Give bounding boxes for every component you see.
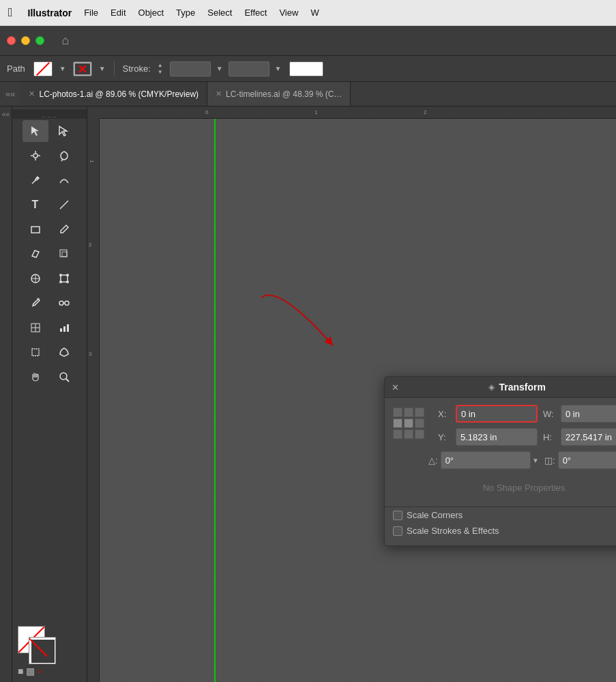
aw-mc[interactable] <box>404 418 413 428</box>
fill-selector[interactable] <box>33 61 53 76</box>
curvature-tool[interactable] <box>51 169 77 191</box>
menu-object[interactable]: Object <box>138 8 164 18</box>
tool-row-2 <box>12 143 87 168</box>
tab-label-2: LC-timelines.ai @ 48.39 % (C… <box>226 89 342 99</box>
svg-point-14 <box>59 274 62 276</box>
tab-close-1[interactable]: ✕ <box>29 89 35 98</box>
pen-tool[interactable] <box>23 169 48 191</box>
selection-tool[interactable] <box>23 120 48 142</box>
svg-point-15 <box>66 274 69 276</box>
tool-row-5 <box>12 217 87 242</box>
opacity-dropdown[interactable]: ▼ <box>275 65 282 72</box>
pencil-tool[interactable] <box>51 218 77 240</box>
eyedropper-tool[interactable] <box>23 292 48 314</box>
menu-file[interactable]: File <box>84 8 98 18</box>
lasso-tool[interactable] <box>51 145 77 167</box>
stroke-field-dropdown[interactable]: ▼ <box>216 65 223 72</box>
shear-input[interactable] <box>441 451 531 469</box>
zoom-tool[interactable] <box>51 366 77 388</box>
h-label: H: <box>543 432 557 442</box>
eraser-tool[interactable] <box>23 243 48 265</box>
ruler-vtick-2: 2 <box>89 242 91 248</box>
tab-close-2[interactable]: ✕ <box>216 89 222 98</box>
scale-corners-checkbox[interactable] <box>393 511 402 520</box>
aw-tc[interactable] <box>404 408 413 417</box>
aw-bc[interactable] <box>404 429 413 439</box>
artboard-tool[interactable] <box>23 341 48 363</box>
menu-w[interactable]: W <box>310 8 319 18</box>
menu-select[interactable]: Select <box>207 8 232 18</box>
rotate-icon: ◫: <box>544 455 555 466</box>
panel-diamond-icon: ◈ <box>488 382 495 392</box>
h-field-group: H: <box>543 428 616 446</box>
menu-edit[interactable]: Edit <box>111 8 126 18</box>
main-content: «« ⎯⎯⎯ <box>0 106 616 682</box>
home-icon[interactable]: ⌂ <box>57 32 74 50</box>
svg-point-16 <box>59 281 62 283</box>
menu-effect[interactable]: Effect <box>244 8 267 18</box>
warp-tool[interactable] <box>23 268 48 289</box>
direct-selection-tool[interactable] <box>51 120 77 142</box>
hand-tool[interactable] <box>23 366 48 388</box>
aw-tr[interactable] <box>415 408 424 417</box>
panel-close-button[interactable]: ✕ <box>392 382 399 393</box>
free-transform-tool[interactable] <box>51 268 77 289</box>
shear-dropdown-icon[interactable]: ▼ <box>532 457 539 464</box>
close-button[interactable] <box>7 36 16 45</box>
eraser-tool-2[interactable] <box>51 341 77 363</box>
menu-type[interactable]: Type <box>176 8 195 18</box>
blend-tool[interactable] <box>51 292 77 314</box>
mesh-tool[interactable] <box>23 317 48 339</box>
stroke-up-icon[interactable]: ▲ <box>158 62 163 69</box>
aw-ml[interactable] <box>393 418 402 428</box>
stroke-preview <box>289 61 323 76</box>
tabs-collapse-icon[interactable]: «« <box>0 89 20 99</box>
w-input[interactable] <box>561 405 616 423</box>
tool-row-3 <box>12 168 87 193</box>
guide-line <box>214 119 216 682</box>
svg-rect-26 <box>63 326 65 332</box>
x-input[interactable] <box>456 405 538 423</box>
menu-view[interactable]: View <box>279 8 298 18</box>
stroke-label: Stroke: <box>123 63 151 74</box>
magic-wand-tool[interactable] <box>23 145 48 167</box>
rotate-tool[interactable] <box>51 243 77 265</box>
gradient-mode-icon[interactable]: ▩ <box>26 666 35 677</box>
rectangle-tool[interactable] <box>23 218 48 240</box>
stroke-field[interactable] <box>170 61 211 76</box>
opacity-field[interactable] <box>229 61 269 76</box>
type-tool[interactable]: T <box>23 194 48 216</box>
bar-chart-tool[interactable] <box>51 317 77 339</box>
stroke-swatch[interactable] <box>29 637 56 664</box>
color-mode-icon[interactable]: ■ <box>18 666 23 677</box>
align-widget[interactable] <box>393 408 424 439</box>
svg-point-17 <box>66 281 69 283</box>
rotate-group: ◫: ▼ <box>544 451 616 469</box>
y-label: Y: <box>438 432 452 442</box>
y-input[interactable] <box>456 428 538 446</box>
aw-mr[interactable] <box>415 418 424 428</box>
stroke-spinner[interactable]: ▲ ▼ <box>158 62 163 76</box>
tab-lc-timelines[interactable]: ✕ LC-timelines.ai @ 48.39 % (C… <box>207 82 351 106</box>
scale-strokes-checkbox[interactable] <box>393 526 402 536</box>
aw-bl[interactable] <box>393 429 402 439</box>
line-tool[interactable] <box>51 194 77 216</box>
tab-lc-photos[interactable]: ✕ LC-photos-1.ai @ 89.06 % (CMYK/Preview… <box>20 82 207 106</box>
aw-tl[interactable] <box>393 408 402 417</box>
h-input[interactable] <box>561 428 616 446</box>
stroke-dropdown-arrow[interactable]: ▼ <box>99 65 106 72</box>
w-label: W: <box>543 409 557 419</box>
panel-title-row: ◈ Transform <box>488 382 545 393</box>
stroke-selector[interactable] <box>73 61 92 76</box>
rotate-input[interactable] <box>558 451 616 469</box>
tool-row-8 <box>12 291 87 315</box>
aw-br[interactable] <box>415 429 424 439</box>
fill-dropdown-arrow[interactable]: ▼ <box>59 65 66 72</box>
maximize-button[interactable] <box>35 36 44 45</box>
ruler-vtick-1: 1 <box>89 160 95 162</box>
sidebar-toggle[interactable]: «« <box>0 106 12 682</box>
stroke-down-icon[interactable]: ▼ <box>158 69 163 76</box>
fill-stroke-swatches[interactable] <box>18 626 56 664</box>
minimize-button[interactable] <box>21 36 30 45</box>
none-mode-icon[interactable]: ▫ <box>38 666 41 677</box>
